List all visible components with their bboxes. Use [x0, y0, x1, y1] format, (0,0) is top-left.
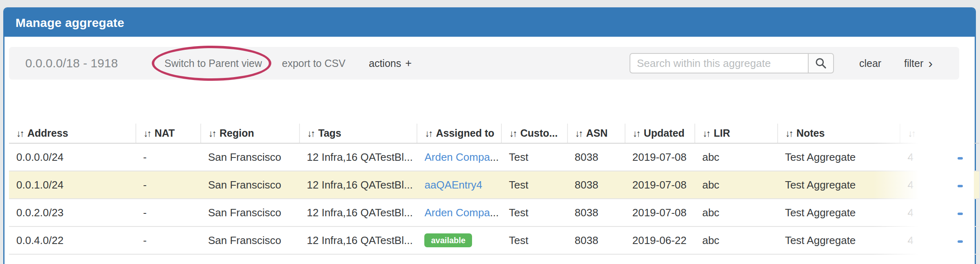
cell-assigned-to: aaQAEntry4 — [417, 171, 501, 199]
export-to-csv-link[interactable]: export to CSV — [282, 58, 346, 69]
column-header-lir[interactable]: ↓↑LIR — [695, 124, 778, 143]
column-header-stub — [959, 124, 979, 143]
cell-assigned-to: Arden Compa... — [417, 143, 501, 171]
assigned-to-link[interactable]: Arden Compa — [424, 206, 490, 219]
column-header-updated[interactable]: ↓↑Updated — [625, 124, 695, 143]
clear-search-link[interactable]: clear — [859, 58, 881, 69]
manage-aggregate-panel: Manage aggregate 0.0.0.0/18 - 1918 Switc… — [3, 7, 976, 264]
cell-address: 0.0.2.0/23 — [9, 199, 136, 226]
column-header-region[interactable]: ↓↑Region — [201, 124, 299, 143]
cell-updated: 2019-07-08 — [625, 143, 695, 171]
table-row[interactable]: 0.0.2.0/23 - San Franscisco 12 Infra,16 … — [9, 199, 979, 226]
row-overflow-mark — [958, 185, 963, 187]
column-header-address[interactable]: ↓↑Address — [9, 124, 136, 143]
cell-customer: Test — [501, 171, 567, 199]
assigned-to-link[interactable]: Arden Compa — [424, 151, 490, 163]
aggregate-range-label: 0.0.0.0/18 - 1918 — [25, 56, 118, 70]
cell-nat: - — [136, 143, 201, 171]
row-overflow-mark — [958, 157, 963, 160]
cell-vlan: 4 — [900, 171, 958, 199]
cell-region: San Franscisco — [201, 226, 299, 254]
plus-icon: + — [405, 57, 412, 69]
truncation-ellipsis: ... — [490, 151, 499, 163]
row-overflow-mark — [958, 213, 963, 215]
cell-tags: 12 Infra,16 QATestBl... — [299, 171, 417, 199]
cell-address: 0.0.4.0/22 — [9, 226, 136, 254]
table-row[interactable]: 0.0.4.0/22 - San Franscisco 12 Infra,16 … — [9, 226, 979, 254]
cell-vlan: 4 — [900, 143, 958, 171]
chevron-right-icon: › — [928, 56, 933, 71]
cell-lir: abc — [695, 143, 778, 171]
filter-link[interactable]: filter› — [904, 56, 933, 71]
cell-updated: 2019-06-22 — [625, 226, 695, 254]
filter-label: filter — [904, 58, 923, 69]
cell-customer: Test — [501, 143, 567, 171]
table-row-highlighted[interactable]: 0.0.1.0/24 - San Franscisco 12 Infra,16 … — [9, 171, 979, 199]
cell-notes: Test Aggregate — [778, 143, 900, 171]
column-header-notes[interactable]: ↓↑Notes — [778, 124, 900, 143]
table-row[interactable]: 0.0.0.0/24 - San Franscisco 12 Infra,16 … — [9, 143, 979, 171]
row-overflow-mark — [958, 240, 963, 243]
aggregate-table-container: ↓↑Address ↓↑NAT ↓↑Region ↓↑Tags ↓↑Assign… — [9, 124, 979, 264]
cell-address: 0.0.0.0/24 — [9, 143, 136, 171]
cell-assigned-to: available — [417, 226, 501, 254]
sort-icon: ↓↑ — [575, 128, 582, 139]
page-title: Manage aggregate — [16, 16, 124, 30]
cell-vlan: 4 — [900, 226, 958, 254]
sort-icon: ↓↑ — [908, 128, 915, 139]
column-header-tags[interactable]: ↓↑Tags — [299, 124, 417, 143]
cell-updated: 2019-07-08 — [625, 199, 695, 226]
sort-icon: ↓↑ — [144, 128, 151, 139]
search-group — [630, 53, 834, 73]
cell-customer: Test — [501, 199, 567, 226]
aggregate-table: ↓↑Address ↓↑NAT ↓↑Region ↓↑Tags ↓↑Assign… — [9, 124, 979, 255]
sort-icon: ↓↑ — [425, 128, 432, 139]
cell-notes: Test Aggregate — [778, 171, 900, 199]
cell-nat: - — [136, 226, 201, 254]
assigned-to-link[interactable]: aaQAEntry4 — [424, 179, 482, 191]
sort-icon: ↓↑ — [703, 128, 710, 139]
sort-icon: ↓↑ — [785, 128, 792, 139]
search-input[interactable] — [630, 53, 808, 73]
cell-nat: - — [136, 171, 201, 199]
search-button[interactable] — [808, 53, 834, 73]
cell-lir: abc — [695, 171, 778, 199]
sort-icon: ↓↑ — [208, 128, 215, 139]
cell-tags: 12 Infra,16 QATestBl... — [299, 199, 417, 226]
cell-assigned-to: Arden Compa... — [417, 199, 501, 226]
sort-icon: ↓↑ — [16, 128, 23, 139]
cell-lir: abc — [695, 199, 778, 226]
search-icon — [814, 57, 827, 70]
cell-region: San Franscisco — [201, 199, 299, 226]
table-header-row: ↓↑Address ↓↑NAT ↓↑Region ↓↑Tags ↓↑Assign… — [9, 124, 979, 143]
page-background: { "window": { "title": "Manage aggregate… — [0, 0, 980, 264]
sort-icon: ↓↑ — [307, 128, 314, 139]
cell-tags: 12 Infra,16 QATestBl... — [299, 143, 417, 171]
sort-icon: ↓↑ — [633, 128, 640, 139]
cell-lir: abc — [695, 226, 778, 254]
actions-menu-button[interactable]: actions+ — [369, 57, 412, 70]
cell-customer: Test — [501, 226, 567, 254]
status-badge-available: available — [424, 233, 472, 247]
cell-notes: Test Aggregate — [778, 226, 900, 254]
column-header-nat[interactable]: ↓↑NAT — [136, 124, 201, 143]
cell-region: San Franscisco — [201, 143, 299, 171]
column-header-asn[interactable]: ↓↑ASN — [568, 124, 625, 143]
column-header-customer[interactable]: ↓↑Custo... — [501, 124, 567, 143]
cell-asn: 8038 — [568, 226, 625, 254]
truncation-ellipsis: ... — [490, 206, 499, 219]
cell-updated: 2019-07-08 — [625, 171, 695, 199]
cell-notes: Test Aggregate — [778, 199, 900, 226]
cell-asn: 8038 — [568, 143, 625, 171]
cell-vlan: 4 — [900, 199, 958, 226]
cell-address: 0.0.1.0/24 — [9, 171, 136, 199]
cell-tags: 12 Infra,16 QATestBl... — [299, 226, 417, 254]
column-header-vlan[interactable]: ↓↑VLAN — [900, 124, 958, 143]
toolbar: 0.0.0.0/18 - 1918 Switch to Parent view … — [9, 47, 959, 80]
switch-to-parent-view-link[interactable]: Switch to Parent view — [164, 58, 262, 69]
cell-asn: 8038 — [568, 171, 625, 199]
actions-label: actions — [369, 58, 401, 69]
panel-header: Manage aggregate — [4, 9, 975, 37]
cell-region: San Franscisco — [201, 171, 299, 199]
column-header-assigned-to[interactable]: ↓↑Assigned to — [417, 124, 501, 143]
